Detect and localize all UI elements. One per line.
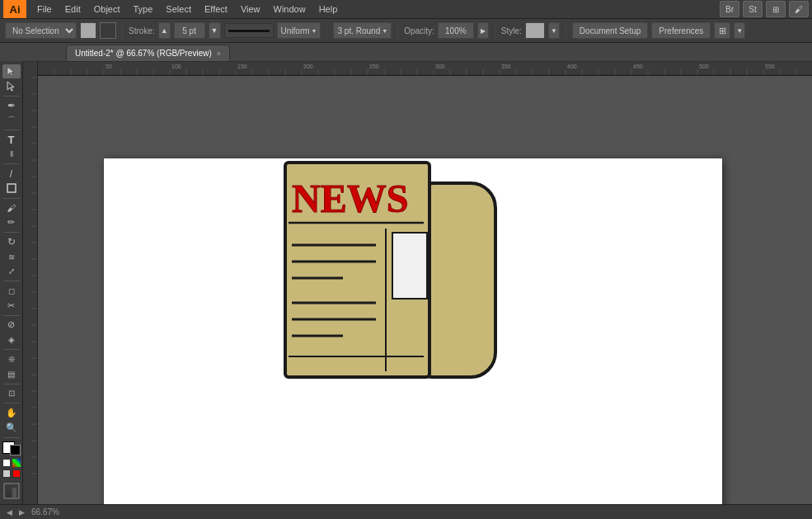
stroke-line bbox=[228, 30, 270, 32]
opacity-label: Opacity: bbox=[404, 26, 434, 35]
stock-icon[interactable]: St bbox=[743, 1, 763, 17]
warp-tool[interactable]: ≋ bbox=[2, 250, 21, 264]
tab-bar: Untitled-2* @ 66.67% (RGB/Preview) × bbox=[0, 43, 812, 61]
stroke-type-dropdown[interactable]: Uniform ▼ bbox=[277, 22, 322, 39]
canvas-area: 50 100 150 200 250 300 350 400 450 500 5… bbox=[23, 61, 812, 504]
horizontal-ruler: 50 100 150 200 250 300 350 400 450 500 5… bbox=[38, 61, 812, 76]
tool-divider-1 bbox=[3, 96, 20, 97]
svg-rect-4 bbox=[7, 491, 11, 498]
options-toolbar: No Selection Stroke: ▲ ▼ Uniform ▼ 3 pt.… bbox=[0, 18, 812, 43]
menu-effect[interactable]: Effect bbox=[199, 2, 233, 16]
grid-icon[interactable]: ⊞ bbox=[766, 1, 786, 17]
menu-help[interactable]: Help bbox=[313, 2, 344, 16]
no-fill-btn[interactable] bbox=[2, 459, 11, 467]
symbol-btn[interactable] bbox=[3, 483, 20, 501]
stroke-preview bbox=[224, 23, 274, 38]
svg-text:250: 250 bbox=[369, 64, 379, 69]
status-next-btn[interactable]: ▶ bbox=[19, 508, 25, 517]
line-tool[interactable]: / bbox=[2, 167, 21, 181]
menu-edit[interactable]: Edit bbox=[59, 2, 87, 16]
tool-divider-4 bbox=[3, 198, 20, 199]
brush-icon[interactable]: 🖌 bbox=[789, 1, 809, 17]
column-graph-tool[interactable]: ▤ bbox=[2, 367, 21, 381]
chevron-down-icon-2: ▼ bbox=[382, 28, 387, 34]
eraser-tool[interactable]: ◻ bbox=[2, 284, 21, 298]
paintbrush-tool[interactable]: 🖌 bbox=[2, 201, 21, 215]
color-swatches[interactable] bbox=[2, 441, 21, 455]
document-setup-button[interactable]: Document Setup bbox=[572, 22, 649, 39]
stroke-stepper-down[interactable]: ▼ bbox=[209, 22, 221, 39]
tool-divider-3 bbox=[3, 163, 20, 164]
rect-tool[interactable] bbox=[2, 182, 21, 196]
menu-type[interactable]: Type bbox=[128, 2, 159, 16]
style-swatch[interactable] bbox=[525, 22, 545, 39]
status-prev-btn[interactable]: ◀ bbox=[7, 508, 12, 517]
stroke-color-swatch[interactable] bbox=[100, 22, 116, 39]
curvature-tool[interactable]: ⌒ bbox=[2, 113, 21, 127]
scissors-tool[interactable]: ✂ bbox=[2, 299, 21, 313]
tool-divider-11 bbox=[3, 437, 20, 438]
artboard-tool[interactable]: ⊡ bbox=[2, 386, 21, 400]
divider-3 bbox=[397, 22, 398, 39]
type-tool[interactable]: T bbox=[2, 133, 21, 147]
touch-type-tool[interactable]: Ⅱ bbox=[2, 148, 21, 162]
stroke-value-input[interactable] bbox=[174, 22, 205, 39]
svg-text:350: 350 bbox=[501, 64, 511, 69]
hand-tool[interactable]: ✋ bbox=[2, 406, 21, 420]
color-box-1[interactable] bbox=[2, 469, 11, 478]
style-label: Style: bbox=[501, 26, 522, 35]
main-area: ✒ ⌒ T Ⅱ / 🖌 ✏ ↻ ≋ ⤢ ◻ ✂ ⊘ ◈ ❊ ▤ ⊡ ✋ 🔍 bbox=[0, 61, 812, 504]
rotate-tool[interactable]: ↻ bbox=[2, 235, 21, 249]
svg-marker-1 bbox=[7, 82, 14, 91]
select-tool[interactable] bbox=[2, 64, 21, 78]
preferences-button[interactable]: Preferences bbox=[651, 22, 711, 39]
bridge-icon[interactable]: Br bbox=[720, 1, 739, 17]
svg-text:NEWS: NEWS bbox=[292, 177, 408, 220]
menu-select[interactable]: Select bbox=[160, 2, 197, 16]
menu-object[interactable]: Object bbox=[88, 2, 126, 16]
brush-type-dropdown[interactable]: 3 pt. Round ▼ bbox=[333, 22, 392, 39]
document-tab[interactable]: Untitled-2* @ 66.67% (RGB/Preview) × bbox=[66, 45, 230, 61]
menu-file[interactable]: File bbox=[31, 2, 58, 16]
zoom-tool[interactable]: 🔍 bbox=[2, 421, 21, 435]
opacity-input[interactable] bbox=[438, 22, 474, 39]
stroke-stepper[interactable]: ▲ bbox=[158, 22, 171, 39]
style-dropdown-btn[interactable]: ▼ bbox=[548, 22, 560, 39]
tab-close-button[interactable]: × bbox=[217, 50, 221, 58]
blend-tool[interactable]: ◈ bbox=[2, 333, 21, 347]
color-mode-row bbox=[2, 459, 21, 467]
tool-divider-8 bbox=[3, 349, 20, 350]
app-logo: Ai bbox=[3, 0, 26, 18]
arrange-icon[interactable]: ⊞ bbox=[714, 22, 730, 39]
svg-rect-2 bbox=[7, 184, 16, 192]
svg-marker-0 bbox=[7, 67, 14, 76]
status-bar: ◀ ▶ 66.67% bbox=[0, 504, 812, 519]
stroke-swatch[interactable] bbox=[10, 445, 21, 455]
svg-text:550: 550 bbox=[765, 64, 775, 69]
fill-color-swatch[interactable] bbox=[80, 22, 96, 39]
color-box-2[interactable] bbox=[12, 469, 21, 478]
svg-text:300: 300 bbox=[435, 64, 445, 69]
svg-rect-33 bbox=[38, 61, 812, 76]
pen-tool[interactable]: ✒ bbox=[2, 98, 21, 112]
menu-view[interactable]: View bbox=[235, 2, 266, 16]
opacity-menu-btn[interactable]: ▶ bbox=[477, 22, 489, 39]
direct-select-tool[interactable] bbox=[2, 79, 21, 93]
tool-divider-6 bbox=[3, 281, 20, 281]
tab-title: Untitled-2* @ 66.67% (RGB/Preview) bbox=[75, 49, 212, 58]
canvas-background: NEWS bbox=[38, 76, 812, 504]
gradient-btn[interactable] bbox=[12, 459, 21, 467]
divider-4 bbox=[495, 22, 495, 39]
svg-text:450: 450 bbox=[633, 64, 643, 69]
symbol-tool[interactable]: ❊ bbox=[2, 352, 21, 366]
menu-window[interactable]: Window bbox=[268, 2, 312, 16]
scale-tool[interactable]: ⤢ bbox=[2, 265, 21, 279]
news-icon-graphic[interactable]: NEWS bbox=[277, 158, 508, 399]
eyedropper-tool[interactable]: ⊘ bbox=[2, 318, 21, 333]
svg-rect-106 bbox=[392, 233, 427, 299]
svg-rect-3 bbox=[4, 484, 19, 498]
arrange-dropdown-btn[interactable]: ▼ bbox=[734, 22, 745, 39]
pencil-tool[interactable]: ✏ bbox=[2, 215, 21, 229]
tools-panel: ✒ ⌒ T Ⅱ / 🖌 ✏ ↻ ≋ ⤢ ◻ ✂ ⊘ ◈ ❊ ▤ ⊡ ✋ 🔍 bbox=[0, 61, 23, 504]
selection-dropdown[interactable]: No Selection bbox=[5, 22, 77, 39]
